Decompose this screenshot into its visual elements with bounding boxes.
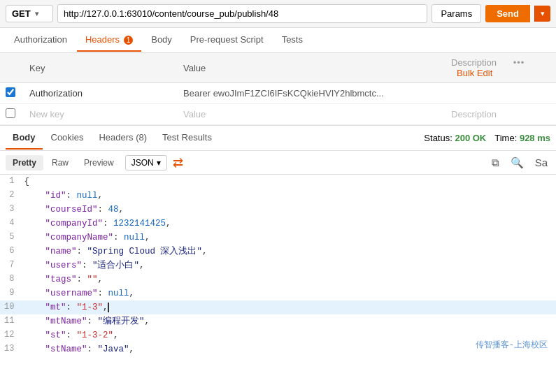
token-punc: :	[97, 205, 108, 215]
token-key: "name"	[45, 247, 76, 256]
token-punc: ,	[97, 191, 103, 201]
resp-tab-body[interactable]: Body	[6, 126, 43, 150]
line-number: 3	[0, 203, 21, 217]
token-punc: ,	[113, 331, 119, 340]
line-content: "companyId": 1232141425,	[21, 217, 556, 231]
resp-tab-test-results[interactable]: Test Results	[155, 126, 219, 150]
token-indent	[24, 303, 45, 312]
line-number: 4	[0, 217, 21, 231]
token-str-cn: "Spring Cloud 深入浅出"	[87, 247, 202, 256]
token-punc: ,	[129, 344, 134, 354]
response-icons: ⧉ 🔍 Sa	[489, 155, 550, 170]
new-header-checkbox[interactable]	[6, 108, 15, 118]
tab-prerequest[interactable]: Pre-request Script	[182, 29, 272, 52]
line-content: "users": "适合小白",	[21, 259, 556, 273]
token-punc: :	[66, 191, 76, 201]
send-dropdown-button[interactable]: ▾	[534, 6, 550, 22]
resp-tab-cookies[interactable]: Cookies	[44, 126, 91, 150]
method-chevron-icon: ▾	[35, 10, 38, 17]
token-key: "companyId"	[45, 219, 103, 228]
token-punc: ,	[97, 275, 103, 284]
status-value: 200 OK	[455, 133, 486, 143]
token-indent	[24, 233, 45, 242]
token-punc: :	[82, 261, 92, 270]
token-str: "1-3-2"	[76, 331, 113, 340]
line-number: 13	[0, 342, 21, 356]
token-punc: ,	[166, 219, 171, 228]
text-cursor	[108, 303, 109, 312]
token-null: null	[108, 289, 129, 298]
table-row: 1{	[0, 175, 556, 189]
token-key: "tags"	[45, 275, 76, 284]
format-label: JSON	[131, 158, 154, 168]
tab-body[interactable]: Body	[143, 29, 180, 52]
headers-table: Key Value Description ••• Bulk Edit Auth…	[0, 53, 556, 125]
more-icon[interactable]: •••	[513, 57, 525, 68]
raw-button[interactable]: Raw	[45, 155, 76, 170]
line-number: 10	[0, 300, 21, 314]
table-row: 3 "courseId": 48,	[0, 203, 556, 217]
token-null: null	[76, 191, 97, 201]
token-indent	[24, 247, 45, 256]
token-punc: :	[87, 317, 97, 326]
format-select[interactable]: JSON ▾	[125, 155, 167, 170]
token-punc: :	[103, 219, 113, 228]
time-value: 928 ms	[520, 133, 550, 143]
token-str: ""	[87, 275, 97, 284]
token-str-cn: "Java"	[97, 344, 129, 354]
table-row: 7 "users": "适合小白",	[0, 259, 556, 273]
token-key: "users"	[45, 261, 82, 270]
tab-tests[interactable]: Tests	[273, 29, 311, 52]
token-key: "username"	[45, 289, 97, 298]
token-key: "companyName"	[45, 233, 113, 242]
token-punc: ,	[118, 205, 124, 215]
line-number: 2	[0, 189, 21, 203]
token-key: "courseId"	[45, 205, 97, 215]
token-punc: {	[24, 177, 34, 187]
line-content: "mt": "1-3",	[21, 300, 556, 314]
token-punc: ,	[129, 289, 134, 298]
table-row: 10 "mt": "1-3",	[0, 300, 556, 314]
table-row: 9 "username": null,	[0, 286, 556, 300]
request-tabs: Authorization Headers 1 Body Pre-request…	[0, 28, 556, 53]
new-key-input[interactable]: New key	[22, 104, 176, 125]
preview-button[interactable]: Preview	[77, 155, 121, 170]
token-punc: :	[97, 289, 108, 298]
table-row: 4 "companyId": 1232141425,	[0, 217, 556, 231]
wrap-icon[interactable]: ⇄	[173, 155, 183, 170]
url-input[interactable]	[57, 4, 427, 23]
response-tabs: Body Cookies Headers (8) Test Results St…	[0, 126, 556, 151]
line-content: "name": "Spring Cloud 深入浅出",	[21, 245, 556, 259]
table-row: 6 "name": "Spring Cloud 深入浅出",	[0, 245, 556, 259]
token-indent	[24, 219, 45, 228]
new-header-row: New key Value Description	[0, 104, 556, 125]
line-content: "id": null,	[21, 189, 556, 203]
time-label: Time: 928 ms	[494, 133, 550, 143]
copy-icon[interactable]: ⧉	[489, 155, 502, 170]
authorization-checkbox[interactable]	[6, 87, 15, 97]
token-null: null	[124, 233, 145, 242]
new-value-input[interactable]: Value	[176, 104, 444, 125]
resp-tab-headers[interactable]: Headers (8)	[92, 126, 154, 150]
status-label: Status: 200 OK	[424, 133, 486, 143]
save-label[interactable]: Sa	[532, 155, 550, 170]
line-number: 9	[0, 286, 21, 300]
col-key-header: Key	[22, 53, 176, 83]
method-select[interactable]: GET ▾	[6, 5, 53, 22]
search-icon[interactable]: 🔍	[508, 155, 527, 170]
line-content: "tags": "",	[21, 273, 556, 286]
send-button[interactable]: Send	[485, 5, 530, 22]
params-button[interactable]: Params	[432, 4, 481, 23]
token-num: 48	[108, 205, 118, 215]
line-number: 12	[0, 328, 21, 342]
tab-authorization[interactable]: Authorization	[6, 29, 76, 52]
token-punc: :	[76, 275, 87, 284]
format-chevron-icon: ▾	[157, 158, 161, 168]
bulk-edit-button[interactable]: Bulk Edit	[457, 68, 492, 78]
pretty-button[interactable]: Pretty	[6, 155, 43, 170]
token-punc: :	[66, 303, 76, 312]
new-desc-input[interactable]: Description	[444, 104, 556, 125]
tab-headers[interactable]: Headers 1	[77, 29, 141, 52]
token-punc: :	[76, 247, 87, 256]
response-status: Status: 200 OK Time: 928 ms	[424, 133, 550, 143]
